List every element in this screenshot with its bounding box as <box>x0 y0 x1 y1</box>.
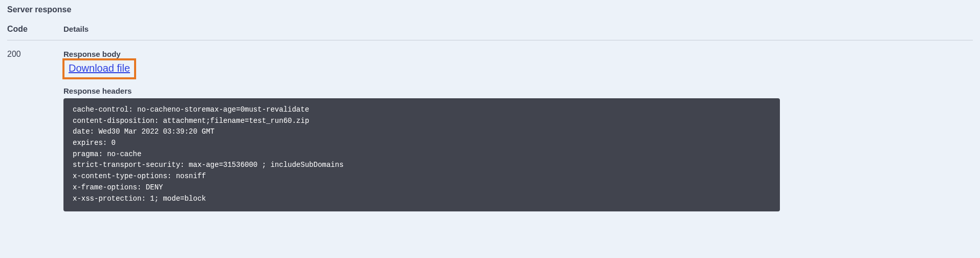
code-column-header: Code <box>7 25 63 34</box>
details-column-header: Details <box>63 25 89 34</box>
status-code: 200 <box>7 50 63 211</box>
download-file-link[interactable]: Download file <box>69 62 130 74</box>
response-body-label: Response body <box>63 50 973 58</box>
response-table-header: Code Details <box>7 25 973 40</box>
response-headers-block[interactable]: cache-control: no-cacheno-storemax-age=0… <box>63 98 780 211</box>
response-details: Response body Download file Response hea… <box>63 50 973 211</box>
download-highlight-box: Download file <box>62 58 136 79</box>
server-response-title: Server response <box>7 5 973 14</box>
response-row: 200 Response body Download file Response… <box>7 40 973 211</box>
response-headers-label: Response headers <box>63 87 973 95</box>
